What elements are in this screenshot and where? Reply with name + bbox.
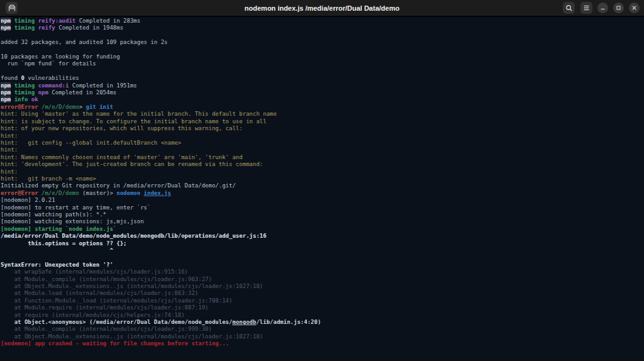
new-tab-icon — [8, 4, 16, 12]
terminal-line: 10 packages are looking for funding — [1, 53, 644, 60]
terminal-line: [nodemon] watching extensions: js,mjs,js… — [1, 218, 644, 225]
terminal-line: [nodemon] 2.0.21 — [1, 197, 644, 204]
minimize-icon — [600, 5, 606, 11]
terminal-line: [nodemon] to restart at any time, enter … — [1, 204, 644, 211]
terminal-line — [1, 68, 644, 75]
new-tab-button[interactable] — [6, 2, 18, 14]
terminal-line: npm timing reify:audit Completed in 283m… — [1, 18, 644, 25]
terminal-line: hint: 'development'. The just-created br… — [1, 161, 644, 168]
terminal-line: at Module._compile (internal/modules/cjs… — [1, 276, 644, 283]
terminal-line: [nodemon] watching path(s): *.* — [1, 211, 644, 218]
terminal-line: added 32 packages, and audited 109 packa… — [1, 39, 644, 46]
terminal-line: at Module.require (internal/modules/cjs/… — [1, 304, 644, 311]
window-title: nodemon index.js /media/error/Dual Data/… — [0, 0, 644, 16]
terminal-line — [1, 47, 644, 53]
maximize-button[interactable] — [613, 3, 624, 13]
terminal-line: hint: of your new repositories, which wi… — [1, 125, 644, 132]
terminal-line: run `npm fund` for details — [1, 60, 644, 67]
terminal-line: at Object.Module._extensions..js (intern… — [1, 333, 644, 340]
terminal-line: hint: — [1, 147, 644, 153]
terminal-line: npm timing npm Completed in 2054ms — [1, 89, 644, 96]
terminal-line: [nodemon] app crashed - waiting for file… — [1, 340, 644, 347]
maximize-icon — [616, 5, 621, 11]
terminal-line: npm timing reify Completed in 1948ms — [1, 25, 644, 31]
terminal-line: at Object.Module._extensions..js (intern… — [1, 283, 644, 290]
terminal-window: nodemon index.js /media/error/Dual Data/… — [0, 0, 644, 361]
terminal-output[interactable]: npm timing reify:audit Completed in 283m… — [0, 17, 644, 361]
terminal-line: npm timing command:i Completed in 1951ms — [1, 82, 644, 89]
terminal-line: found 0 vulnerabilities — [1, 75, 644, 82]
terminal-line: [nodemon] starting `node index.js` — [1, 226, 644, 233]
terminal-line: /media/error/Dual Data/demo/node_modules… — [1, 233, 644, 240]
terminal-line: npm info ok — [1, 96, 644, 103]
terminal-line: hint: Names commonly chosen instead of '… — [1, 154, 644, 161]
terminal-line — [1, 32, 644, 39]
terminal-line: hint: is subject to change. To configure… — [1, 118, 644, 125]
headerbar: nodemon index.js /media/error/Dual Data/… — [0, 0, 644, 16]
menu-icon — [583, 4, 590, 11]
terminal-line — [1, 254, 644, 261]
terminal-line: error@Error /m/e/D/demo (master)> nodemo… — [1, 190, 644, 197]
terminal-line: at require (internal/modules/cjs/helpers… — [1, 312, 644, 319]
search-icon — [565, 4, 573, 12]
terminal-line: error@Error /m/e/D/demo> git init — [1, 104, 644, 111]
terminal-line: hint: git branch -m <name> — [1, 175, 644, 182]
terminal-line: at Module._compile (internal/modules/cjs… — [1, 326, 644, 333]
terminal-line: at Object.<anonymous> (/media/error/Dual… — [1, 319, 644, 326]
terminal-line: hint: — [1, 169, 644, 175]
terminal-line: at wrapSafe (internal/modules/cjs/loader… — [1, 269, 644, 275]
menu-button[interactable] — [580, 2, 592, 14]
terminal-line: Initialized empty Git repository in /med… — [1, 182, 644, 189]
minimize-button[interactable] — [597, 3, 608, 13]
terminal-line: hint: — [1, 133, 644, 140]
terminal-line: at Module.load (internal/modules/cjs/loa… — [1, 290, 644, 297]
terminal-line: hint: git config --global init.defaultBr… — [1, 140, 644, 147]
terminal-line: ^ — [1, 247, 644, 254]
close-icon — [631, 5, 637, 11]
terminal-line: this.options = options ?? {}; — [1, 240, 644, 247]
terminal-line: hint: Using 'master' as the name for the… — [1, 111, 644, 118]
close-button[interactable] — [629, 3, 640, 13]
terminal-line: at Function.Module._load (internal/modul… — [1, 297, 644, 304]
terminal-line: SyntaxError: Unexpected token '?' — [1, 262, 644, 269]
search-button[interactable] — [563, 2, 575, 14]
